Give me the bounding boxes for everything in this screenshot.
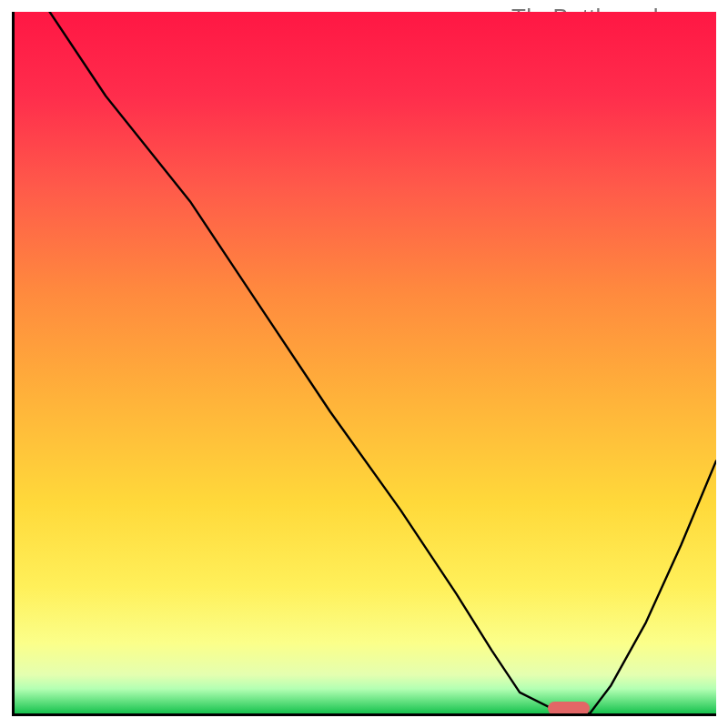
chart-container: TheBottleneck.com: [0, 0, 728, 728]
optimum-marker: [548, 702, 590, 715]
line-series: [15, 12, 716, 713]
curve-path: [15, 12, 716, 713]
plot-area: [12, 12, 716, 716]
